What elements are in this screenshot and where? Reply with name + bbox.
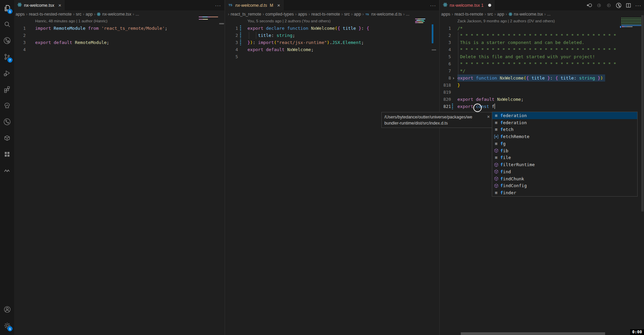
activity-account-icon[interactable] (0, 301, 14, 317)
code-line[interactable]: 8›export function NxWelcome({ title }: {… (440, 74, 644, 82)
code-line[interactable]: 6 * * * * * * * * * * * * * * * * * * * … (440, 60, 644, 67)
suggestion-fg[interactable]: ≡fg (492, 140, 637, 147)
close-icon[interactable]: × (277, 3, 280, 8)
nav-back-circle-icon[interactable] (586, 2, 592, 8)
suggestion-fib[interactable]: fib (492, 147, 637, 154)
minimap-3[interactable] (621, 18, 641, 18)
editor-3[interactable]: Zack Jackson, 9 months ago | 2 authors (… (440, 18, 644, 110)
more-actions-icon[interactable]: ··· (215, 2, 221, 8)
code-line[interactable]: 4 * * * * * * * * * * * * * * * * * * * … (440, 46, 644, 53)
editor-1[interactable]: Hanric, 48 minutes ago | 1 author (Hanri… (14, 18, 224, 53)
circle-right-arrow-icon[interactable] (606, 2, 612, 8)
activity-circle-branch-icon[interactable] (0, 114, 14, 130)
code-line[interactable]: 818} (440, 82, 644, 89)
suggestion-findConfig[interactable]: findConfig (492, 182, 637, 189)
breadcrumb-item[interactable]: ... (547, 12, 550, 17)
activity-settings-icon[interactable]: 1 (0, 317, 14, 334)
blame-codelens[interactable]: You, 5 seconds ago | 2 authors (You and … (225, 18, 439, 25)
suggestion-federation[interactable]: ≡federation (492, 119, 637, 126)
breadcrumb-item[interactable]: app (497, 12, 504, 17)
editor-2[interactable]: You, 5 seconds ago | 2 authors (You and … (225, 18, 439, 60)
breadcrumb-item[interactable]: apps (298, 12, 307, 17)
activity-remote-branch-icon[interactable] (0, 32, 14, 49)
suggestion-fetchRemote[interactable]: fetchRemote (492, 133, 637, 140)
breadcrumb-item[interactable]: app (354, 12, 361, 17)
suggestion-finder[interactable]: ≡finder (492, 189, 637, 196)
blame-codelens[interactable]: Hanric, 48 minutes ago | 1 author (Hanri… (14, 18, 224, 25)
breadcrumb[interactable]: ›react_ts_remote›compiled-types›apps›rea… (225, 10, 439, 18)
breadcrumb-item[interactable]: ... (136, 12, 139, 17)
suggestion-fetch[interactable]: ≡fetch (492, 126, 637, 133)
breadcrumb-item[interactable]: ... (406, 12, 409, 17)
horizontal-scrollbar-3[interactable] (461, 332, 605, 335)
breadcrumb-item[interactable]: src (76, 12, 81, 17)
breadcrumb[interactable]: apps›react-ts-remote›src›app›nx-welcome.… (440, 10, 644, 18)
more-icon[interactable]: ··· (635, 2, 641, 8)
more-actions-icon[interactable]: ··· (430, 2, 436, 8)
suggestion-findChunk[interactable]: findChunk (492, 175, 637, 182)
activity-zigzag-icon[interactable] (0, 162, 14, 179)
tab-nx-welcome-tsx-1[interactable]: nx-welcome.tsx × (14, 0, 65, 10)
blame-codelens[interactable]: Zack Jackson, 9 months ago | 2 authors (… (440, 18, 644, 25)
scroll-dash-1[interactable] (219, 23, 224, 24)
breadcrumb-item[interactable]: nx-welcome.tsx (102, 12, 131, 17)
code-line[interactable]: 1/* (440, 25, 644, 32)
breadcrumb-item[interactable]: nx-welcome.d.ts (371, 12, 402, 17)
breadcrumb[interactable]: apps›react-ts-nested-remote›src›app›nx-w… (14, 10, 224, 18)
activity-cube-icon[interactable] (0, 130, 14, 146)
suggestion-file[interactable]: ≡file (492, 154, 637, 161)
code-line[interactable]: 819 (440, 89, 644, 96)
code-line[interactable]: 821export const f (440, 103, 644, 110)
minimap-1[interactable] (199, 17, 218, 17)
close-icon[interactable]: × (58, 3, 62, 8)
code-line[interactable]: 820export default NxWelcome; (440, 96, 644, 103)
breadcrumb-item[interactable]: src (344, 12, 350, 17)
code-line[interactable]: 7 */ (440, 67, 644, 74)
code-line[interactable]: 2 (14, 32, 224, 39)
code-line[interactable]: 3 This is a starter component and can be… (440, 39, 644, 46)
split-editor-icon[interactable] (625, 2, 631, 8)
code-line[interactable]: 4export default NxWelcome; (225, 46, 439, 53)
activity-tree-tool-icon[interactable] (0, 97, 14, 114)
suggestion-federation[interactable]: ≡federation (492, 112, 637, 119)
breadcrumb-item[interactable]: apps (441, 12, 450, 17)
code-line[interactable]: 2 * * * * * * * * * * * * * * * * * * * … (440, 32, 644, 39)
breadcrumb-item[interactable]: apps (16, 12, 25, 17)
code-line[interactable]: 4 (14, 46, 224, 53)
activity-explorer-icon[interactable]: 1 (0, 0, 14, 16)
code-line[interactable]: 2 title: string; (225, 32, 439, 39)
breadcrumb-item[interactable]: react-ts-remote (311, 12, 340, 17)
activity-extensions-icon[interactable] (0, 81, 14, 97)
activity-run-debug-icon[interactable] (0, 65, 14, 81)
tab-nx-welcome-dts[interactable]: TS nx-welcome.d.ts M × (225, 0, 284, 10)
dirty-indicator-icon[interactable] (488, 4, 491, 7)
breadcrumb-item[interactable]: src (487, 12, 493, 17)
suggestion-find[interactable]: find (492, 168, 637, 175)
activity-search-icon[interactable] (0, 16, 14, 32)
tab-nx-welcome-tsx-3[interactable]: nx-welcome.tsx 1 (440, 0, 495, 10)
code-line[interactable]: 5 (225, 53, 439, 60)
circle-left-arrow-icon[interactable] (596, 2, 602, 8)
breadcrumb-item[interactable]: react-ts-remote (454, 12, 483, 17)
code-line[interactable]: 1import RemoteModule from 'react_ts_remo… (14, 25, 224, 32)
activity-grid-icon[interactable] (0, 146, 14, 162)
timeline-branch-icon[interactable] (616, 2, 622, 8)
activity-source-control-icon[interactable]: 7 (0, 49, 14, 65)
fold-chevron-icon[interactable]: › (451, 74, 456, 82)
breadcrumb-item[interactable]: app (86, 12, 93, 17)
code-line[interactable]: 3}): import("react/jsx-runtime").JSX.Ele… (225, 39, 439, 46)
scroll-dash-2[interactable] (432, 49, 436, 50)
code-line[interactable]: 1export declare function NxWelcome({ tit… (225, 25, 439, 32)
suggestion-filterRuntime[interactable]: filterRuntime (492, 161, 637, 168)
breadcrumb-item[interactable]: react_ts_remote (231, 12, 261, 17)
code-line[interactable]: 3export default RemoteModule; (14, 39, 224, 46)
breadcrumb-item[interactable]: nx-welcome.tsx (514, 12, 543, 17)
suggest-detail-panel: /Users/bytedance/outter/universe/package… (381, 112, 492, 128)
minimap-2-line[interactable] (415, 19, 425, 19)
breadcrumb-item[interactable]: compiled-types (265, 12, 294, 17)
badge: 1 (7, 326, 13, 331)
close-icon[interactable]: × (487, 114, 490, 126)
breadcrumb-item[interactable]: react-ts-nested-remote (29, 12, 71, 17)
code-line[interactable]: 5 Delete this file and get started with … (440, 53, 644, 60)
vertical-scrollbar-3[interactable] (641, 15, 644, 211)
